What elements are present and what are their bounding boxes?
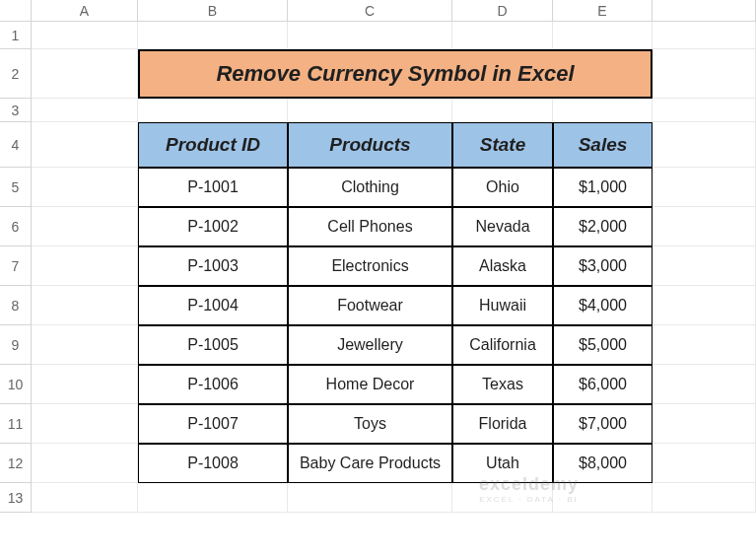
cell-products[interactable]: Footwear — [288, 286, 452, 325]
cell-sales[interactable]: $3,000 — [553, 246, 653, 286]
spreadsheet-grid: A B C D E 1 2 Remove Currency Symbol in … — [0, 0, 756, 513]
cell-product-id[interactable]: P-1002 — [138, 207, 288, 246]
row-header-10[interactable]: 10 — [0, 365, 32, 404]
cell-f11[interactable] — [653, 404, 756, 444]
cell-f4[interactable] — [653, 122, 756, 168]
cell-state[interactable]: Utah — [452, 444, 553, 483]
cell-e1[interactable] — [553, 22, 653, 49]
cell-a6[interactable] — [32, 207, 138, 246]
cell-products[interactable]: Home Decor — [288, 365, 452, 404]
cell-a3[interactable] — [32, 99, 138, 122]
cell-a4[interactable] — [32, 122, 138, 168]
row-header-12[interactable]: 12 — [0, 444, 32, 483]
cell-a7[interactable] — [32, 246, 138, 286]
cell-a13[interactable] — [32, 483, 138, 513]
cell-b3[interactable] — [138, 99, 288, 122]
row-header-2[interactable]: 2 — [0, 49, 32, 99]
cell-e3[interactable] — [553, 99, 653, 122]
row-header-9[interactable]: 9 — [0, 325, 32, 365]
row-header-5[interactable]: 5 — [0, 168, 32, 207]
header-product-id[interactable]: Product ID — [138, 122, 288, 168]
cell-a11[interactable] — [32, 404, 138, 444]
cell-product-id[interactable]: P-1008 — [138, 444, 288, 483]
row-header-13[interactable]: 13 — [0, 483, 32, 513]
cell-product-id[interactable]: P-1003 — [138, 246, 288, 286]
row-header-4[interactable]: 4 — [0, 122, 32, 168]
cell-product-id[interactable]: P-1007 — [138, 404, 288, 444]
row-header-8[interactable]: 8 — [0, 286, 32, 325]
cell-e13[interactable] — [553, 483, 653, 513]
col-header-e[interactable]: E — [553, 0, 653, 22]
cell-product-id[interactable]: P-1005 — [138, 325, 288, 365]
cell-product-id[interactable]: P-1006 — [138, 365, 288, 404]
cell-sales[interactable]: $6,000 — [553, 365, 653, 404]
row-header-6[interactable]: 6 — [0, 207, 32, 246]
header-sales[interactable]: Sales — [553, 122, 653, 168]
row-header-11[interactable]: 11 — [0, 404, 32, 444]
title-cell[interactable]: Remove Currency Symbol in Excel — [138, 49, 653, 99]
cell-f2[interactable] — [653, 49, 756, 99]
cell-sales[interactable]: $4,000 — [553, 286, 653, 325]
row-header-3[interactable]: 3 — [0, 99, 32, 122]
cell-sales[interactable]: $1,000 — [553, 168, 653, 207]
cell-products[interactable]: Cell Phones — [288, 207, 452, 246]
col-header-b[interactable]: B — [138, 0, 288, 22]
cell-a12[interactable] — [32, 444, 138, 483]
cell-state[interactable]: Nevada — [452, 207, 553, 246]
cell-f7[interactable] — [653, 246, 756, 286]
col-header-extra[interactable] — [653, 0, 756, 22]
header-products[interactable]: Products — [288, 122, 452, 168]
header-state[interactable]: State — [452, 122, 553, 168]
cell-products[interactable]: Jewellery — [288, 325, 452, 365]
cell-f1[interactable] — [653, 22, 756, 49]
cell-d13[interactable] — [452, 483, 553, 513]
cell-a9[interactable] — [32, 325, 138, 365]
cell-state[interactable]: Huwaii — [452, 286, 553, 325]
cell-a8[interactable] — [32, 286, 138, 325]
cell-sales[interactable]: $2,000 — [553, 207, 653, 246]
cell-products[interactable]: Toys — [288, 404, 452, 444]
cell-f9[interactable] — [653, 325, 756, 365]
cell-f3[interactable] — [653, 99, 756, 122]
cell-a2[interactable] — [32, 49, 138, 99]
cell-sales[interactable]: $5,000 — [553, 325, 653, 365]
row-header-7[interactable]: 7 — [0, 246, 32, 286]
cell-a5[interactable] — [32, 168, 138, 207]
col-header-d[interactable]: D — [452, 0, 553, 22]
cell-products[interactable]: Clothing — [288, 168, 452, 207]
cell-d1[interactable] — [452, 22, 553, 49]
cell-state[interactable]: Florida — [452, 404, 553, 444]
cell-c13[interactable] — [288, 483, 452, 513]
cell-f13[interactable] — [653, 483, 756, 513]
cell-a10[interactable] — [32, 365, 138, 404]
cell-products[interactable]: Baby Care Products — [288, 444, 452, 483]
cell-b13[interactable] — [138, 483, 288, 513]
col-header-c[interactable]: C — [288, 0, 452, 22]
cell-f8[interactable] — [653, 286, 756, 325]
cell-state[interactable]: Texas — [452, 365, 553, 404]
cell-b1[interactable] — [138, 22, 288, 49]
cell-state[interactable]: Alaska — [452, 246, 553, 286]
cell-f12[interactable] — [653, 444, 756, 483]
cell-state[interactable]: Ohio — [452, 168, 553, 207]
cell-product-id[interactable]: P-1001 — [138, 168, 288, 207]
cell-f10[interactable] — [653, 365, 756, 404]
cell-d3[interactable] — [452, 99, 553, 122]
cell-sales[interactable]: $7,000 — [553, 404, 653, 444]
cell-product-id[interactable]: P-1004 — [138, 286, 288, 325]
cell-f6[interactable] — [653, 207, 756, 246]
select-all-corner[interactable] — [0, 0, 32, 22]
cell-a1[interactable] — [32, 22, 138, 49]
cell-c1[interactable] — [288, 22, 452, 49]
cell-f5[interactable] — [653, 168, 756, 207]
cell-sales[interactable]: $8,000 — [553, 444, 653, 483]
col-header-a[interactable]: A — [32, 0, 138, 22]
cell-c3[interactable] — [288, 99, 452, 122]
cell-products[interactable]: Electronics — [288, 246, 452, 286]
cell-state[interactable]: California — [452, 325, 553, 365]
row-header-1[interactable]: 1 — [0, 22, 32, 49]
